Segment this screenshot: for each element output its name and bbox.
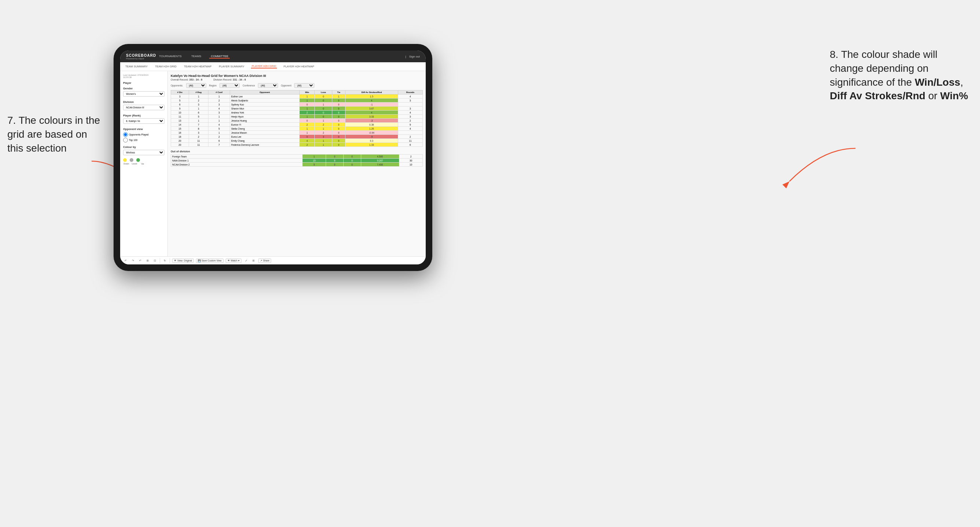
tab-player-summary[interactable]: PLAYER SUMMARY [218,65,245,68]
circle-level [130,158,134,162]
refresh-button[interactable]: ↻ [162,259,167,263]
cell-diff: -1 [345,103,398,106]
filter-opponent-select[interactable]: (All) [294,83,314,88]
cell-diff: 3.33 [345,114,398,119]
cell-rounds [398,131,422,135]
cell-loss: 1 [315,103,332,106]
cell-div: 11 [171,114,189,119]
cell-win: 0 [300,135,315,139]
cell-div: 14 [171,123,189,127]
gender-dropdown[interactable]: Women's [123,91,164,97]
cell-win: 0 [300,103,315,106]
tab-player-h2h-heatmap[interactable]: PLAYER H2H HEATMAP [283,65,315,68]
nav-teams[interactable]: TEAMS [190,55,203,59]
radio-top100[interactable]: Top 100 [123,138,164,143]
table-row: 6 3 3 Sydney Kuo 0 1 0 -1 [171,103,423,106]
table-row: 18 2 2 Euna Lee 0 3 0 -5 2 [171,135,423,139]
cell-reg: 7 [189,123,208,127]
tab-team-summary[interactable]: TEAM SUMMARY [124,65,148,68]
cell-loss: 0 [315,111,332,114]
cell-div: 20 [171,143,189,147]
redo2-button[interactable]: ↶ [138,259,143,263]
cell-reg: 8 [189,127,208,131]
tab-team-h2h-grid[interactable]: TEAM H2H GRID [154,65,177,68]
division-dropdown[interactable]: NCAA Division III [123,105,164,110]
player-rank-dropdown[interactable]: 8. Katelyn Vo [123,118,164,124]
cell-conf: 1 [208,114,230,119]
radio-opponents-played[interactable]: Opponents Played [123,132,164,137]
cell-win: 4 [300,139,315,143]
cell-loss: 0 [315,114,332,119]
cell-opponent: Heejo Hyun [230,114,299,119]
share-icon: ↗ [260,259,262,262]
filter-conference-select[interactable]: (All) [258,83,278,88]
opponent-view-label: Opponent view [123,127,164,131]
th-opponent: Opponent [230,90,299,94]
cell-rounds: 11 [398,139,422,143]
cell-conf: 7 [208,143,230,147]
cell-loss: 1 [315,143,332,147]
cell-div: 9 [171,106,189,111]
logo: SCOREBOARD Powered by clippd [126,54,158,60]
sign-out-button[interactable]: Sign out [409,55,420,58]
expand-button[interactable]: ⤢ [243,259,249,263]
circle-down [123,158,127,162]
tab-player-h2h-grid[interactable]: PLAYER H2H GRID [251,65,277,68]
paste-button[interactable]: ⊡ [153,259,158,263]
table-row: 11 5 1 Heejo Hyun 1 0 0 3.33 3 [171,114,423,119]
table-row: 9 1 4 Sharon Mun 1 0 0 3.67 3 [171,106,423,111]
cell-reg: 1 [189,106,208,111]
th-conf: # Conf [208,90,230,94]
view-original-button[interactable]: 👁 View: Original [172,259,194,263]
cell-diff: -5 [345,135,398,139]
last-updated: Last Updated: 27/03/2024 16:55:38 [123,74,164,78]
colour-by-dropdown[interactable]: Win/loss [123,150,164,155]
cell-opponent: Euna Lee [230,135,299,139]
table-row: 20 11 6 Emily Chang 4 1 0 0.3 11 [171,139,423,143]
tablet-device: SCOREBOARD Powered by clippd TOURNAMENTS… [114,44,432,271]
cell-opponent: Emily Chang [230,139,299,143]
cell-conf: 5 [208,127,230,131]
cell-tie: 0 [332,111,345,114]
th-rounds: Rounds [398,90,422,94]
filter-region-select[interactable]: (All) [220,83,240,88]
circle-up [136,158,140,162]
undo-button[interactable]: ↶ [123,259,128,263]
cell-opponent: Andrea York [230,111,299,114]
cell-conf: 1 [208,94,230,98]
redo-button[interactable]: ↷ [130,259,135,263]
watch-icon: 👁 [228,259,230,262]
save-custom-button[interactable]: 💾 Save Custom View [196,259,223,263]
cell-reg: 6 [189,111,208,114]
nav-pipe: | [406,55,406,58]
table-row: 10 6 3 Andrea York 2 0 0 4 4 [171,111,423,114]
top-nav: SCOREBOARD Powered by clippd TOURNAMENTS… [120,51,426,62]
cell-diff: -3 [345,119,398,123]
cell-rounds: 6 [398,143,422,147]
out-of-division-table: Foreign Team 1 0 0 4.500 2 NAIA Division… [171,154,423,167]
cell-reg: 5 [189,114,208,119]
filter-opponents-select[interactable]: (All) [186,83,206,88]
player-rank-label: Player (Rank) [123,114,164,117]
cell-out-opponent: NAIA Division 1 [171,159,302,163]
table-row: 5 2 2 Alexis Sudjianto 1 0 0 4 3 [171,98,423,103]
copy-button[interactable]: ⊞ [145,259,150,263]
th-win: Win [300,90,315,94]
share-button[interactable]: ↗ Share [258,259,271,263]
tab-team-h2h-heatmap[interactable]: TEAM H2H HEATMAP [183,65,213,68]
nav-tournaments[interactable]: TOURNAMENTS [158,55,183,59]
watch-button[interactable]: 👁 Watch ▾ [226,259,242,263]
division-label: Division [123,100,164,104]
nav-committee[interactable]: COMMITTEE [209,55,230,59]
cell-win: 1 [300,114,315,119]
save-icon: 💾 [198,259,201,262]
cell-rounds: 9 [398,123,422,127]
cell-rounds: 4 [398,127,422,131]
cell-loss: 1 [315,127,332,131]
cell-conf: 3 [208,103,230,106]
legend-level-label: Level [131,163,138,165]
grid-button[interactable]: ⊞ [251,259,256,263]
cell-out-diff: 9.267 [361,159,399,163]
cell-opponent: Sydney Kuo [230,103,299,106]
cell-conf: 1 [208,119,230,123]
